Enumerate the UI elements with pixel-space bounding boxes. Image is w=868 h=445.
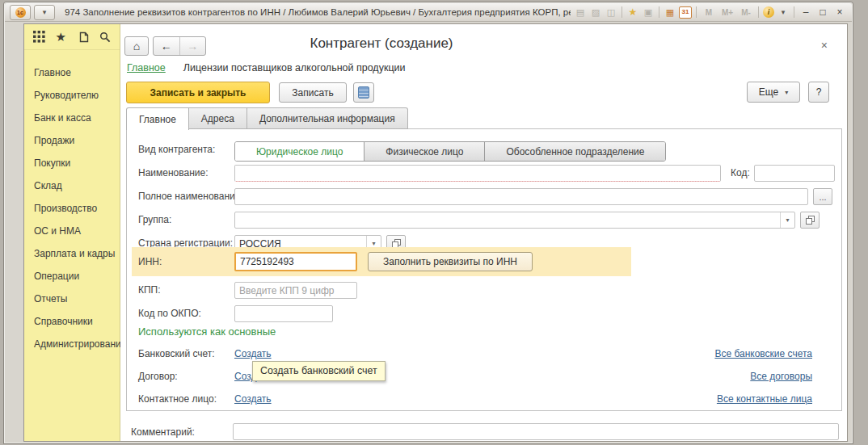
sidebar-item-directories[interactable]: Справочники (24, 310, 120, 333)
more-button[interactable]: Еще ▾ (747, 82, 800, 103)
back-button[interactable]: ← (154, 37, 180, 55)
contract-label: Договор: (138, 371, 178, 382)
name-input[interactable] (234, 165, 721, 182)
sidebar-item-operations[interactable]: Операции (24, 265, 120, 288)
divider (622, 6, 622, 18)
dropdown-arrow-icon[interactable]: ▾ (780, 212, 794, 228)
sidebar-item-salary-hr[interactable]: Зарплата и кадры (24, 242, 120, 265)
divider (659, 6, 659, 18)
maximize-button[interactable]: □ (815, 6, 830, 18)
all-contracts-link[interactable]: Все договоры (750, 371, 812, 382)
kind-option-separate-division[interactable]: Обособленное подразделение (484, 142, 665, 161)
ellipsis-icon: ... (819, 192, 826, 202)
help-button[interactable]: ? (808, 82, 829, 103)
save-icon[interactable]: ▤ (574, 7, 587, 18)
group-combo[interactable]: ▾ (234, 212, 795, 229)
titlebar-chevron-down-icon[interactable]: ▾ (777, 8, 790, 16)
more-label: Еще (759, 86, 778, 98)
inn-label: ИНН: (138, 256, 162, 267)
kind-option-legal-entity[interactable]: Юридическое лицо (235, 142, 364, 161)
comment-label: Комментарий: (131, 426, 195, 438)
breadcrumb-main-link[interactable]: Главное (127, 62, 166, 73)
memory-m-plus-button[interactable]: M+ (719, 8, 735, 17)
navigation-buttons: ← → (153, 36, 206, 56)
okpo-input[interactable] (234, 305, 333, 322)
full-name-input[interactable] (234, 188, 808, 205)
divider (794, 6, 794, 18)
save-button[interactable]: Записать (279, 82, 347, 103)
divider (696, 6, 697, 18)
home-button[interactable]: ⌂ (124, 36, 149, 56)
save-and-close-button[interactable]: Записать и закрыть (126, 82, 270, 103)
primary-section-title: Используются как основные (138, 325, 276, 338)
1c-logo-icon: 1с (15, 7, 26, 18)
favorites-star-icon[interactable]: ★ (54, 31, 67, 44)
app-window: 1с ▾ 974 Заполнение реквизитов контраген… (3, 2, 853, 444)
comment-input[interactable] (233, 423, 839, 440)
create-bank-account-link[interactable]: Создать (234, 348, 272, 359)
tab-main[interactable]: Главное (126, 107, 189, 130)
fill-by-inn-button[interactable]: Заполнить реквизиты по ИНН (368, 252, 533, 271)
name-label: Наименование: (138, 167, 209, 178)
code-input[interactable] (754, 165, 835, 182)
tab-addresses[interactable]: Адреса (189, 107, 247, 129)
all-contact-persons-link[interactable]: Все контактные лица (717, 393, 812, 405)
kpp-input[interactable] (234, 282, 357, 299)
titlebar: 1с ▾ 974 Заполнение реквизитов контраген… (5, 3, 852, 22)
bank-account-label: Банковский счет: (138, 348, 215, 359)
kpp-label: КПП: (138, 284, 161, 296)
group-open-button[interactable] (800, 212, 820, 229)
sidebar-menu: Главное Руководителю Банк и касса Продаж… (24, 50, 120, 355)
info-icon[interactable]: i (763, 6, 774, 18)
print-icon[interactable]: ▨ (589, 7, 602, 18)
sidebar-item-fixed-assets[interactable]: ОС и НМА (24, 220, 120, 242)
link-icon[interactable]: ▣ (642, 7, 655, 18)
search-icon[interactable] (99, 31, 112, 44)
sidebar-item-administration[interactable]: Администрирование (24, 333, 120, 355)
create-contact-person-link[interactable]: Создать (234, 393, 272, 405)
tab-additional-info[interactable]: Дополнительная информация (247, 107, 408, 129)
form-panel: Вид контрагента: Юридическое лицо Физиче… (126, 128, 842, 411)
chevron-down-icon: ▾ (43, 8, 47, 16)
page-title: Контрагент (создание) (212, 36, 551, 52)
titlebar-tools: ▤ ▨ ◫ ★ ▣ ▦ 31 M M+ M- i ▾ – □ × (574, 6, 847, 19)
form-tabs: Главное Адреса Дополнительная информация (126, 107, 408, 129)
minimize-button[interactable]: – (798, 6, 813, 18)
sidebar-item-main[interactable]: Главное (24, 61, 120, 84)
calendar-icon[interactable]: 31 (679, 6, 692, 19)
kind-option-individual[interactable]: Физическое лицо (364, 142, 484, 161)
inn-input[interactable] (234, 252, 357, 271)
show-in-list-button[interactable] (353, 82, 374, 103)
main-menu-button[interactable]: ▾ (34, 5, 55, 20)
form-close-icon[interactable]: × (821, 40, 828, 51)
history-icon[interactable] (77, 31, 90, 44)
sidebar-item-manager[interactable]: Руководителю (24, 84, 120, 107)
functions-grid-icon[interactable] (32, 31, 45, 44)
all-bank-accounts-link[interactable]: Все банковские счета (714, 348, 812, 359)
inn-highlighted-row: ИНН: Заполнить реквизиты по ИНН (132, 247, 631, 276)
sidebar-item-purchases[interactable]: Покупки (24, 152, 120, 174)
form-area: ⌂ ← → Контрагент (создание) × Главное Ли… (120, 24, 847, 441)
sidebar-item-sales[interactable]: Продажи (24, 129, 120, 152)
sidebar-toolbar: ★ (24, 24, 120, 50)
sections-sidebar: ★ Главное Руководителю Банк и касса Прод… (24, 24, 120, 441)
memory-m-minus-button[interactable]: M- (738, 8, 754, 17)
close-button[interactable]: × (832, 6, 847, 18)
sidebar-item-production[interactable]: Производство (24, 197, 120, 220)
chevron-down-icon: ▾ (785, 89, 788, 96)
full-name-more-button[interactable]: ... (813, 188, 832, 205)
code-label: Код: (731, 167, 750, 178)
forward-button[interactable]: → (180, 37, 206, 55)
favorites-star-icon[interactable]: ★ (626, 6, 639, 18)
back-arrow-icon: ← (161, 40, 172, 52)
sidebar-item-warehouse[interactable]: Склад (24, 174, 120, 197)
sidebar-item-bank-cash[interactable]: Банк и касса (24, 107, 120, 129)
1c-logo-button[interactable]: 1с (10, 5, 31, 20)
print-preview-icon[interactable]: ◫ (605, 7, 617, 18)
window-title: 974 Заполнение реквизитов контрагентов п… (65, 7, 571, 17)
okpo-label: Код по ОКПО: (138, 308, 201, 319)
memory-m-button[interactable]: M (701, 8, 717, 17)
create-bank-account-tooltip: Создать банковский счет (252, 361, 386, 381)
calculator-icon[interactable]: ▦ (664, 7, 676, 18)
sidebar-item-reports[interactable]: Отчеты (24, 288, 120, 310)
